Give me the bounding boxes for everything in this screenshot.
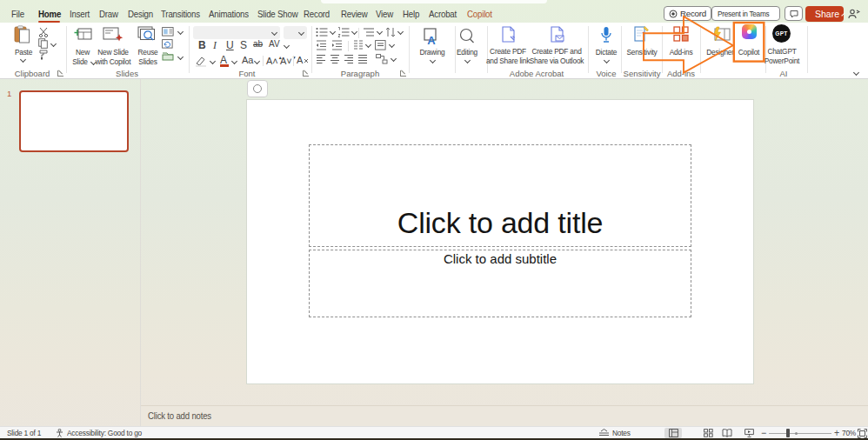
- subtitle-placeholder[interactable]: Click to add subtitle: [309, 250, 691, 317]
- italic-button[interactable]: I: [213, 39, 217, 52]
- chevron-down-icon[interactable]: [298, 30, 304, 36]
- slide-layout-icon[interactable]: [162, 27, 174, 37]
- zoom-in-button[interactable]: +: [834, 427, 840, 438]
- chevron-down-icon[interactable]: [210, 58, 216, 64]
- bullets-icon[interactable]: [316, 27, 328, 37]
- tab-record[interactable]: Record: [304, 9, 330, 19]
- align-right-icon[interactable]: [344, 54, 354, 64]
- chevron-down-icon[interactable]: [20, 57, 26, 63]
- font-color-button[interactable]: A: [220, 54, 227, 66]
- dictate-icon: [600, 26, 612, 44]
- tab-draw[interactable]: Draw: [99, 9, 118, 19]
- tab-review[interactable]: Review: [341, 9, 368, 19]
- notes-pane[interactable]: [141, 405, 868, 426]
- justify-icon[interactable]: [357, 54, 368, 64]
- clipboard-dialog-launcher[interactable]: [57, 70, 63, 77]
- zoom-slider-track[interactable]: [769, 433, 831, 435]
- share-button[interactable]: Share: [805, 6, 844, 22]
- chevron-down-icon[interactable]: [430, 57, 436, 63]
- tab-copilot[interactable]: Copilot: [467, 9, 492, 19]
- convert-to-smartart-icon[interactable]: [376, 54, 388, 64]
- notes-toggle-button[interactable]: Notes: [598, 427, 633, 438]
- font-dialog-launcher[interactable]: [303, 70, 309, 77]
- collapse-ribbon-chevron[interactable]: [853, 70, 859, 76]
- chevron-down-icon[interactable]: [351, 29, 357, 35]
- chevron-down-icon[interactable]: [365, 42, 371, 48]
- bold-button[interactable]: B: [198, 39, 206, 51]
- chevron-down-icon[interactable]: [397, 29, 404, 35]
- chevron-down-icon[interactable]: [50, 41, 57, 47]
- add-ins-label: Add-ins: [670, 47, 693, 57]
- columns-icon[interactable]: [353, 40, 364, 50]
- accessibility-status[interactable]: Accessibility: Good to go: [56, 427, 152, 438]
- chevron-down-icon[interactable]: [231, 58, 237, 64]
- character-spacing-button[interactable]: AV: [269, 39, 280, 49]
- paragraph-group-label: Paragraph: [341, 69, 379, 78]
- tab-help[interactable]: Help: [403, 9, 419, 19]
- chevron-down-icon[interactable]: [604, 57, 610, 63]
- reset-slide-icon[interactable]: [162, 39, 173, 49]
- paragraph-dialog-launcher[interactable]: [400, 70, 406, 77]
- chevron-down-icon[interactable]: [464, 57, 471, 63]
- notes-placeholder[interactable]: Click to add notes: [148, 410, 211, 421]
- zoom-slider-thumb[interactable]: [786, 429, 790, 437]
- copilot-floating-button[interactable]: [247, 80, 268, 97]
- tab-view[interactable]: View: [376, 9, 393, 19]
- text-shadow-button[interactable]: S: [240, 39, 247, 51]
- tab-animations[interactable]: Animations: [209, 9, 249, 19]
- tab-slide-show[interactable]: Slide Show: [257, 9, 297, 19]
- decrease-indent-icon[interactable]: [316, 40, 327, 50]
- tab-file[interactable]: File: [11, 9, 24, 19]
- clear-formatting-button[interactable]: A: [297, 55, 309, 65]
- increase-indent-icon[interactable]: [331, 40, 343, 50]
- chevron-down-icon[interactable]: [391, 56, 397, 62]
- normal-view-button[interactable]: [664, 428, 682, 438]
- align-center-icon[interactable]: [330, 54, 340, 64]
- tab-transitions[interactable]: Transitions: [161, 9, 200, 19]
- chevron-down-icon[interactable]: [254, 58, 260, 64]
- slide-section-icon[interactable]: [162, 51, 174, 61]
- font-name-combobox[interactable]: [193, 26, 280, 39]
- slide-1-thumbnail[interactable]: [19, 90, 129, 152]
- thumbnail-panel-divider[interactable]: [140, 79, 141, 426]
- highlight-color-icon[interactable]: [195, 56, 208, 67]
- designer-label: Designer: [706, 47, 734, 57]
- align-text-icon[interactable]: [375, 40, 386, 50]
- chevron-down-icon[interactable]: [284, 43, 290, 49]
- underline-button[interactable]: U: [226, 39, 234, 51]
- text-direction-icon[interactable]: [385, 27, 396, 37]
- comments-button[interactable]: [785, 6, 803, 21]
- strikethrough-button[interactable]: ab: [253, 39, 263, 49]
- list-level-icon[interactable]: [363, 27, 375, 37]
- zoom-out-button[interactable]: −: [761, 427, 767, 438]
- presenter-icon[interactable]: [848, 9, 860, 19]
- numbering-icon[interactable]: [337, 27, 350, 37]
- chevron-down-icon[interactable]: [377, 29, 383, 35]
- record-button[interactable]: Record: [664, 6, 711, 21]
- chevron-down-icon[interactable]: [330, 29, 336, 35]
- tab-insert[interactable]: Insert: [70, 9, 90, 19]
- present-in-teams-button[interactable]: Present in Teams: [711, 6, 780, 21]
- chevron-down-icon[interactable]: [271, 30, 277, 36]
- chevron-down-icon[interactable]: [177, 54, 184, 60]
- title-placeholder-text: Click to add title: [397, 206, 603, 240]
- reading-view-button[interactable]: [718, 428, 736, 438]
- title-placeholder[interactable]: Click to add title: [309, 144, 691, 247]
- copy-icon[interactable]: [38, 38, 48, 49]
- zoom-level[interactable]: 70%: [842, 427, 858, 438]
- align-left-icon[interactable]: [316, 54, 326, 64]
- fit-to-window-icon[interactable]: [858, 429, 867, 438]
- slide-sorter-view-button[interactable]: [699, 428, 717, 438]
- tab-acrobat[interactable]: Acrobat: [429, 9, 457, 19]
- chevron-down-icon[interactable]: [177, 29, 184, 35]
- font-size-combobox[interactable]: [284, 26, 307, 39]
- tab-home[interactable]: Home: [38, 9, 61, 19]
- format-painter-icon[interactable]: [38, 50, 49, 60]
- chevron-down-icon[interactable]: [389, 42, 395, 48]
- cut-icon[interactable]: [38, 27, 49, 37]
- slideshow-view-button[interactable]: [740, 428, 758, 438]
- tab-design[interactable]: Design: [128, 9, 153, 19]
- change-case-button[interactable]: Aa: [242, 55, 253, 65]
- titlebar-search-box[interactable]: [321, 0, 547, 3]
- chevron-down-icon[interactable]: [841, 12, 845, 16]
